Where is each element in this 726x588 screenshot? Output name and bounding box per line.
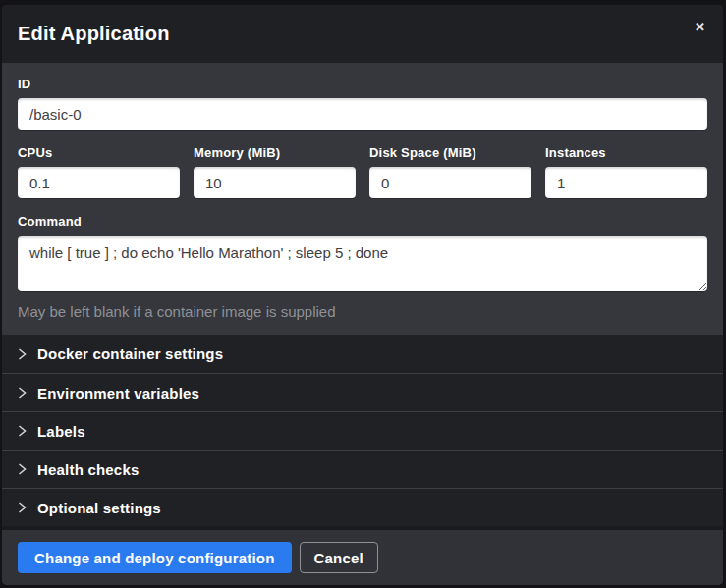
- section-label: Docker container settings: [37, 346, 223, 362]
- modal-footer: Change and deploy configuration Cancel: [2, 530, 723, 585]
- cpus-label: CPUs: [18, 145, 180, 160]
- memory-field-block: Memory (MiB): [194, 145, 356, 198]
- accordion-sections: Docker container settings Environment va…: [2, 335, 723, 530]
- instances-field-block: Instances: [545, 145, 707, 198]
- section-label: Environment variables: [37, 385, 199, 401]
- memory-label: Memory (MiB): [194, 145, 356, 160]
- disk-field-block: Disk Space (MiB): [369, 145, 531, 198]
- modal-title: Edit Application: [18, 23, 170, 45]
- section-label: Optional settings: [37, 500, 161, 516]
- section-docker-container-settings[interactable]: Docker container settings: [2, 335, 723, 373]
- section-labels[interactable]: Labels: [2, 411, 723, 450]
- chevron-right-icon: [18, 348, 27, 360]
- command-help-text: May be left blank if a container image i…: [18, 303, 707, 320]
- cancel-button[interactable]: Cancel: [300, 542, 378, 573]
- chevron-right-icon: [18, 502, 27, 513]
- edit-application-modal: Edit Application ✕ ID CPUs Memory (MiB) …: [2, 5, 723, 585]
- cpus-field-block: CPUs: [18, 145, 180, 198]
- command-textarea[interactable]: while [ true ] ; do echo 'Hello Marathon…: [18, 236, 707, 291]
- close-icon[interactable]: ✕: [691, 17, 709, 37]
- id-field-block: ID: [18, 77, 707, 130]
- memory-input[interactable]: [194, 167, 356, 198]
- cpus-input[interactable]: [18, 167, 180, 198]
- disk-label: Disk Space (MiB): [369, 145, 531, 160]
- section-health-checks[interactable]: Health checks: [2, 450, 723, 488]
- section-optional-settings[interactable]: Optional settings: [2, 488, 723, 526]
- application-form: ID CPUs Memory (MiB) Disk Space (MiB) In…: [2, 63, 723, 335]
- id-label: ID: [18, 77, 707, 91]
- chevron-right-icon: [18, 425, 27, 437]
- section-environment-variables[interactable]: Environment variables: [2, 373, 723, 411]
- command-field-block: Command while [ true ] ; do echo 'Hello …: [18, 214, 707, 320]
- change-and-deploy-button[interactable]: Change and deploy configuration: [18, 542, 292, 573]
- section-label: Labels: [37, 423, 85, 440]
- chevron-right-icon: [18, 387, 27, 399]
- id-input[interactable]: [18, 98, 707, 130]
- section-label: Health checks: [37, 461, 139, 478]
- command-label: Command: [18, 214, 707, 229]
- disk-input[interactable]: [369, 167, 531, 198]
- resources-row: CPUs Memory (MiB) Disk Space (MiB) Insta…: [18, 145, 707, 198]
- chevron-right-icon: [18, 463, 27, 475]
- instances-input[interactable]: [545, 167, 707, 198]
- modal-header: Edit Application ✕: [2, 5, 723, 63]
- instances-label: Instances: [545, 145, 707, 160]
